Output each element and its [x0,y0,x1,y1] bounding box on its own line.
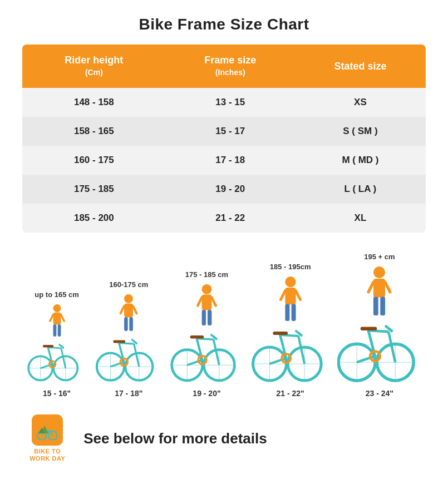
svg-rect-86 [373,297,378,315]
table-row: 185 - 200 21 - 22 XL [22,204,426,233]
cell-size: XL [295,204,426,233]
page-title: Bike Frame Size Chart [0,0,448,45]
svg-rect-1 [53,313,61,325]
table-row: 175 - 185 19 - 20 L ( LA ) [22,175,426,204]
svg-line-5 [61,315,64,322]
cell-size: XS [295,88,426,117]
svg-rect-85 [373,279,385,297]
bike-item: 185 - 195cm [252,263,329,398]
logo-icon [32,414,63,446]
bike-visual-svg [27,304,87,382]
visual-section: up to 165 cm [22,253,426,398]
bike-item: 160-175 cm [95,280,162,398]
bike-visual-svg [337,266,421,382]
svg-line-68 [296,291,300,300]
table-row: 160 - 175 17 - 18 M ( MD ) [22,146,426,175]
svg-line-26 [133,306,137,313]
svg-rect-66 [291,304,296,321]
table-row: 148 - 158 13 - 15 XS [22,88,426,117]
table-row: 158 - 165 15 - 17 S ( SM ) [22,117,426,146]
bike-top-label: 185 - 195cm [270,263,311,271]
svg-line-58 [214,339,219,365]
svg-rect-43 [202,295,212,310]
svg-line-4 [50,315,53,322]
bike-bottom-label: 21 - 22" [277,389,304,398]
svg-rect-45 [208,310,211,325]
bike-visual-svg [252,276,329,382]
bike-top-label: up to 165 cm [35,290,78,299]
logo-text: BIKE TOWORK DAY [29,448,65,462]
col-header-frame: Frame size (Inches) [165,45,295,88]
footer-tagline: See below for more details [83,430,267,447]
svg-line-89 [385,282,390,292]
logo-box: BIKE TOWORK DAY [22,414,72,462]
cell-frame: 13 - 15 [165,88,295,117]
bike-item: up to 165 cm [27,290,87,398]
svg-rect-64 [285,288,296,304]
cell-height: 175 - 185 [22,175,165,204]
bike-logo-icon [36,420,58,440]
svg-line-37 [134,344,139,367]
cell-frame: 17 - 18 [165,146,295,175]
svg-rect-44 [202,310,206,325]
bike-visual-svg [95,294,162,382]
cell-height: 185 - 200 [22,204,165,233]
svg-line-14 [48,347,61,348]
col-header-height: Rider height (Cm) [22,45,165,88]
cell-height: 160 - 175 [22,146,165,175]
footer: BIKE TOWORK DAY See below for more detai… [22,414,426,473]
cell-size: S ( SM ) [295,117,426,146]
svg-line-100 [388,332,395,362]
col-header-stated: Stated size [295,45,426,88]
bike-bottom-label: 19 - 20" [193,389,220,398]
svg-point-63 [285,276,296,287]
cell-size: L ( LA ) [295,175,426,204]
svg-rect-24 [130,317,134,331]
svg-line-56 [196,338,213,339]
bike-bottom-label: 15 - 16" [43,389,71,398]
cell-frame: 21 - 22 [165,204,295,233]
cell-frame: 19 - 20 [165,175,295,204]
svg-line-98 [368,330,388,332]
cell-frame: 15 - 17 [165,117,295,146]
svg-point-110 [46,427,49,429]
svg-point-21 [124,294,133,303]
svg-rect-23 [124,317,128,331]
bike-item: 195 + cm [337,253,421,398]
svg-line-77 [280,335,298,336]
svg-line-79 [298,336,304,364]
svg-rect-3 [57,324,61,337]
svg-line-25 [121,306,125,313]
bike-bottom-label: 17 - 18" [115,389,142,398]
bike-top-label: 195 + cm [364,253,395,261]
bike-top-label: 160-175 cm [109,280,148,289]
svg-rect-65 [285,304,289,321]
svg-rect-2 [53,324,56,337]
svg-rect-87 [381,297,386,315]
svg-point-84 [373,266,385,278]
bike-item: 175 - 185 cm [170,270,243,398]
svg-line-46 [198,298,201,306]
svg-rect-22 [124,304,133,318]
svg-line-16 [61,348,65,368]
svg-line-88 [368,282,373,292]
cell-height: 158 - 165 [22,117,165,146]
cell-height: 148 - 158 [22,88,165,117]
size-table: Rider height (Cm) Frame size (Inches) St… [22,45,426,233]
svg-point-0 [53,304,61,312]
cell-size: M ( MD ) [295,146,426,175]
svg-line-35 [119,343,134,344]
svg-line-67 [280,291,285,300]
svg-line-47 [211,298,215,306]
svg-point-42 [202,284,212,294]
bike-bottom-label: 23 - 24" [366,389,393,398]
bike-visual-svg [170,284,243,382]
bike-top-label: 175 - 185 cm [185,270,228,279]
